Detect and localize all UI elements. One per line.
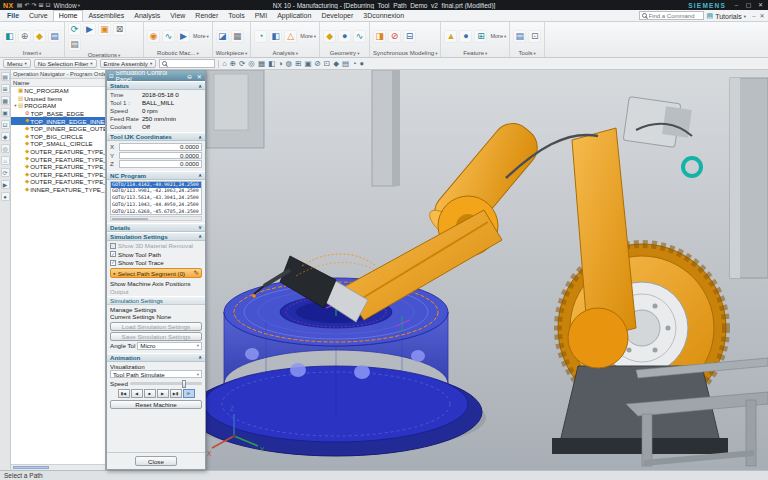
tree-item[interactable]: ◆ TOP_INNER_EDGE_INNER_TE	[11, 117, 105, 125]
offset-region-icon[interactable]: ⊟	[403, 30, 416, 43]
hd3d-tools-icon[interactable]: ◎	[1, 144, 10, 153]
part-navigator-icon[interactable]: ▦	[1, 96, 10, 105]
snap-point-icon[interactable]: ◆	[333, 60, 339, 68]
robot-path-icon[interactable]: ∿	[162, 30, 175, 43]
section-view-icon[interactable]: ◑	[278, 60, 283, 68]
zoom-icon[interactable]: ⊕	[230, 60, 236, 68]
doc-minimize-button[interactable]: –	[750, 13, 758, 19]
navigator-column-header[interactable]: Name	[11, 79, 105, 87]
play-backward-button[interactable]: ◀	[131, 389, 143, 398]
ribbon-group-label[interactable]: Insert▾	[3, 49, 61, 57]
roles-icon[interactable]: ●	[1, 192, 10, 201]
tree-item[interactable]: ▾ ▤ PROGRAM	[11, 102, 105, 110]
list-toolpath-icon[interactable]: ▤	[68, 38, 81, 51]
ribbon-tab[interactable]: File	[2, 11, 24, 21]
nc-list-scrollbar[interactable]	[110, 216, 202, 221]
ribbon-tab[interactable]: Curve	[24, 11, 53, 21]
ribbon-group-label[interactable]: Operations▾	[68, 51, 140, 58]
extrude-icon[interactable]: ▲	[444, 30, 457, 43]
generate-toolpath-icon[interactable]: ⟳	[68, 23, 81, 36]
tree-item[interactable]: ◆ OUTER_FEATURE_TYPE_5_1	[11, 171, 105, 179]
checkbox-row[interactable]: ✓ Show Tool Path	[110, 250, 202, 259]
ribbon-tab[interactable]: Application	[272, 11, 316, 21]
move-face-icon[interactable]: ◨	[373, 30, 386, 43]
ribbon-group-label[interactable]: Feature▾	[444, 49, 506, 57]
window-icon[interactable]: ⊞	[295, 60, 301, 68]
speed-slider[interactable]	[130, 382, 202, 385]
grid-icon[interactable]: ⊡	[324, 60, 330, 68]
show-hide-icon[interactable]: ●	[360, 60, 365, 68]
panel-close-button[interactable]: ✕	[195, 73, 203, 80]
create-program-icon[interactable]: ▤	[48, 30, 61, 43]
paste-icon[interactable]: ⊡	[46, 2, 51, 8]
operation-navigator-icon[interactable]: ▣	[1, 108, 10, 117]
ribbon-group-label[interactable]: Tools▾	[513, 49, 541, 57]
section-header-details[interactable]: Details ∨	[107, 223, 205, 232]
measure-icon[interactable]: ◔	[254, 30, 267, 43]
find-command-box[interactable]	[639, 11, 704, 20]
checkbox[interactable]: ✓	[110, 260, 116, 266]
section-analysis-icon[interactable]: ◧	[269, 30, 282, 43]
stop-button[interactable]: ■	[144, 389, 156, 398]
robot-configure-icon[interactable]: ◉	[147, 30, 160, 43]
process-studio-icon[interactable]: ▶	[1, 180, 10, 189]
ribbon-tab[interactable]: View	[165, 11, 190, 21]
save-settings-button[interactable]: Save Simulation Settings	[110, 332, 202, 341]
more-button[interactable]: More▾	[490, 33, 506, 39]
ribbon-group-label[interactable]: Workpiece▾	[216, 49, 248, 57]
graphics-window[interactable]: Z X Y	[206, 70, 768, 470]
tree-item[interactable]: ▣ NC_PROGRAM	[11, 87, 105, 95]
rotate-view-icon[interactable]: ⟳	[239, 60, 245, 68]
ribbon-tab[interactable]: 3Dconnexion	[358, 11, 409, 21]
selection-filter-dropdown[interactable]: No Selection Filter ▾	[34, 59, 97, 68]
nc-program-line[interactable]: GOTO/113.5614,-43.3041,24.2500	[111, 195, 201, 202]
ribbon-group-label[interactable]: Geometry▾	[323, 49, 366, 57]
scrollbar-thumb[interactable]	[112, 218, 148, 220]
edit-geometry-icon[interactable]: ◆	[323, 30, 336, 43]
tutorials-button[interactable]: ▤ Tutorials ▾	[707, 12, 746, 20]
more-button[interactable]: More▾	[300, 33, 316, 39]
material-removal-icon[interactable]: ▦	[231, 30, 244, 43]
snapshot-icon[interactable]: ▣	[304, 60, 311, 68]
ribbon-tab[interactable]: Developer	[316, 11, 358, 21]
nc-program-line[interactable]: GOTO/112.6268,-45.6785,24.2500	[111, 209, 201, 215]
reuse-library-icon[interactable]: ◆	[1, 132, 10, 141]
minimize-button[interactable]: –	[732, 2, 741, 8]
nc-program-list[interactable]: GOTO/114.4142,-40.9021,24.2500GOTO/113.9…	[110, 181, 202, 215]
edit-pencil-icon[interactable]: ✎	[194, 269, 199, 277]
redo-icon[interactable]: ↷	[31, 2, 36, 8]
macro-icon[interactable]: ⊡	[528, 30, 541, 43]
search-input[interactable]	[169, 61, 212, 67]
close-button[interactable]: Close	[135, 456, 177, 466]
tree-item[interactable]: ◆ OUTER_FEATURE_TYPE_1	[11, 148, 105, 156]
visualization-dropdown[interactable]: Tool Path Simulate ▾	[110, 370, 202, 378]
deviation-gauge-icon[interactable]: △	[284, 30, 297, 43]
more-button[interactable]: More▾	[193, 33, 209, 39]
layer-settings-icon[interactable]: ▤	[342, 60, 349, 68]
render-style-icon[interactable]: ◍	[286, 60, 293, 68]
select-path-segment-row[interactable]: ● Select Path Segment (0) ✎	[110, 268, 202, 278]
shaded-with-edges-icon[interactable]: ▦	[258, 60, 265, 68]
machine-tool-navigator-icon[interactable]: ⊡	[1, 120, 10, 129]
wireframe-icon[interactable]: ◧	[268, 60, 275, 68]
close-button[interactable]: ✕	[756, 2, 765, 8]
slider-thumb[interactable]	[182, 380, 186, 388]
panel-pin-button[interactable]: ⊖	[186, 73, 194, 80]
section-header-tool-coordinates[interactable]: Tool IJK Coordinates ∧	[107, 132, 205, 141]
loop-button[interactable]: ⟳	[183, 389, 195, 398]
maximize-button[interactable]: ▢	[744, 2, 753, 8]
selection-scope-dropdown[interactable]: Entire Assembly ▾	[100, 59, 157, 68]
tree-item[interactable]: ⊘ TOP_BASE_EDGE	[11, 110, 105, 118]
ribbon-group-label[interactable]: Robotic Mac...▾	[147, 49, 209, 57]
curve-icon[interactable]: ∿	[353, 30, 366, 43]
tree-item[interactable]: ◆ TOP_SMALL_CIRCLE	[11, 140, 105, 148]
post-process-icon[interactable]: ⊠	[113, 23, 126, 36]
ribbon-tab[interactable]: PMI	[250, 11, 272, 21]
fit-view-icon[interactable]: ⌂	[222, 60, 227, 68]
tree-item[interactable]: ◆ INNER_FEATURE_TYPE_1	[11, 186, 105, 194]
history-icon[interactable]: ⟳	[1, 168, 10, 177]
find-command-input[interactable]	[649, 13, 701, 19]
section-header-status[interactable]: Status ∧	[107, 81, 205, 90]
ribbon-tab[interactable]: Render	[190, 11, 223, 21]
create-tool-icon[interactable]: ⊕	[18, 30, 31, 43]
